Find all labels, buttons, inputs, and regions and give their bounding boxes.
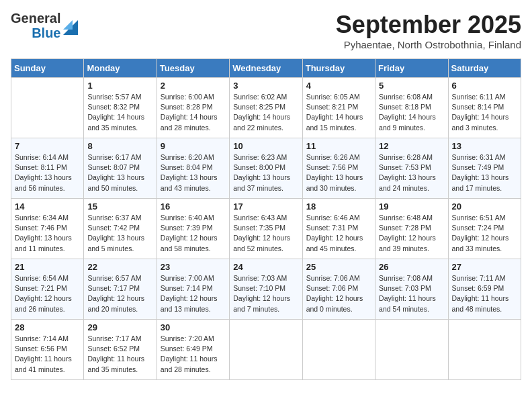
day-info: Sunrise: 6:26 AM Sunset: 7:56 PM Dayligh… [306,152,371,193]
day-info: Sunrise: 6:48 AM Sunset: 7:28 PM Dayligh… [379,213,444,254]
calendar-cell: 16Sunrise: 6:40 AM Sunset: 7:39 PM Dayli… [157,199,229,259]
day-info: Sunrise: 6:40 AM Sunset: 7:39 PM Dayligh… [161,213,226,254]
calendar-cell: 9Sunrise: 6:20 AM Sunset: 8:04 PM Daylig… [157,138,229,199]
calendar-cell: 1Sunrise: 5:57 AM Sunset: 8:32 PM Daylig… [84,78,157,138]
calendar-cell: 15Sunrise: 6:37 AM Sunset: 7:42 PM Dayli… [84,199,157,259]
page-header: General Blue September 2025 Pyhaentae, N… [11,11,521,50]
calendar-cell: 21Sunrise: 6:54 AM Sunset: 7:21 PM Dayli… [11,259,84,320]
calendar-cell: 6Sunrise: 6:11 AM Sunset: 8:14 PM Daylig… [448,78,521,138]
day-info: Sunrise: 6:02 AM Sunset: 8:25 PM Dayligh… [233,92,298,133]
calendar-cell: 8Sunrise: 6:17 AM Sunset: 8:07 PM Daylig… [84,138,157,199]
day-info: Sunrise: 6:17 AM Sunset: 8:07 PM Dayligh… [87,152,152,193]
day-number: 18 [306,201,371,212]
day-info: Sunrise: 6:20 AM Sunset: 8:04 PM Dayligh… [161,152,226,193]
calendar-week-row: 1Sunrise: 5:57 AM Sunset: 8:32 PM Daylig… [11,78,521,138]
svg-marker-1 [63,20,73,30]
day-info: Sunrise: 6:54 AM Sunset: 7:21 PM Dayligh… [15,273,80,314]
day-number: 13 [452,141,517,151]
day-number: 30 [161,322,226,332]
calendar-cell: 25Sunrise: 7:06 AM Sunset: 7:06 PM Dayli… [302,259,375,320]
calendar-cell: 24Sunrise: 7:03 AM Sunset: 7:10 PM Dayli… [230,259,302,320]
day-info: Sunrise: 6:14 AM Sunset: 8:11 PM Dayligh… [15,152,80,193]
day-number: 16 [161,201,226,212]
weekday-header: Thursday [302,59,375,78]
day-info: Sunrise: 7:14 AM Sunset: 6:56 PM Dayligh… [15,334,80,375]
day-number: 24 [233,262,298,272]
day-number: 19 [379,201,444,212]
day-number: 20 [452,201,517,212]
calendar-cell: 20Sunrise: 6:51 AM Sunset: 7:24 PM Dayli… [448,199,521,259]
weekday-header: Monday [84,59,157,78]
calendar-cell: 19Sunrise: 6:48 AM Sunset: 7:28 PM Dayli… [375,199,448,259]
day-info: Sunrise: 7:11 AM Sunset: 6:59 PM Dayligh… [452,273,517,314]
weekday-header: Tuesday [157,59,229,78]
day-info: Sunrise: 6:46 AM Sunset: 7:31 PM Dayligh… [306,213,371,254]
weekday-header: Wednesday [230,59,302,78]
day-number: 28 [15,322,80,332]
calendar-cell: 13Sunrise: 6:31 AM Sunset: 7:49 PM Dayli… [448,138,521,199]
day-number: 1 [87,81,152,91]
day-info: Sunrise: 7:00 AM Sunset: 7:14 PM Dayligh… [161,273,226,314]
day-number: 8 [87,141,152,151]
calendar-cell: 12Sunrise: 6:28 AM Sunset: 7:53 PM Dayli… [375,138,448,199]
weekday-header: Friday [375,59,448,78]
calendar-cell: 23Sunrise: 7:00 AM Sunset: 7:14 PM Dayli… [157,259,229,320]
day-number: 11 [306,141,371,151]
day-info: Sunrise: 7:08 AM Sunset: 7:03 PM Dayligh… [379,273,444,314]
calendar-cell: 28Sunrise: 7:14 AM Sunset: 6:56 PM Dayli… [11,320,84,380]
calendar-cell: 5Sunrise: 6:08 AM Sunset: 8:18 PM Daylig… [375,78,448,138]
calendar-cell: 2Sunrise: 6:00 AM Sunset: 8:28 PM Daylig… [157,78,229,138]
day-info: Sunrise: 6:43 AM Sunset: 7:35 PM Dayligh… [233,213,298,254]
day-info: Sunrise: 6:23 AM Sunset: 8:00 PM Dayligh… [233,152,298,193]
calendar-cell: 10Sunrise: 6:23 AM Sunset: 8:00 PM Dayli… [230,138,302,199]
calendar-cell: 29Sunrise: 7:17 AM Sunset: 6:52 PM Dayli… [84,320,157,380]
day-info: Sunrise: 6:34 AM Sunset: 7:46 PM Dayligh… [15,213,80,254]
day-number: 10 [233,141,298,151]
day-info: Sunrise: 5:57 AM Sunset: 8:32 PM Dayligh… [87,92,152,133]
calendar-table: SundayMondayTuesdayWednesdayThursdayFrid… [11,58,521,380]
day-number: 12 [379,141,444,151]
day-info: Sunrise: 6:37 AM Sunset: 7:42 PM Dayligh… [87,213,152,254]
calendar-cell: 30Sunrise: 7:20 AM Sunset: 6:49 PM Dayli… [157,320,229,380]
calendar-cell: 3Sunrise: 6:02 AM Sunset: 8:25 PM Daylig… [230,78,302,138]
calendar-week-row: 7Sunrise: 6:14 AM Sunset: 8:11 PM Daylig… [11,138,521,199]
day-number: 29 [87,322,152,332]
calendar-cell [448,320,521,380]
day-info: Sunrise: 7:20 AM Sunset: 6:49 PM Dayligh… [161,334,226,375]
day-number: 25 [306,262,371,272]
calendar-cell [375,320,448,380]
title-block: September 2025 Pyhaentae, North Ostrobot… [336,11,521,50]
day-info: Sunrise: 6:00 AM Sunset: 8:28 PM Dayligh… [161,92,226,133]
calendar-week-row: 28Sunrise: 7:14 AM Sunset: 6:56 PM Dayli… [11,320,521,380]
day-info: Sunrise: 6:08 AM Sunset: 8:18 PM Dayligh… [379,92,444,133]
calendar-week-row: 21Sunrise: 6:54 AM Sunset: 7:21 PM Dayli… [11,259,521,320]
calendar-cell: 7Sunrise: 6:14 AM Sunset: 8:11 PM Daylig… [11,138,84,199]
day-info: Sunrise: 6:05 AM Sunset: 8:21 PM Dayligh… [306,92,371,133]
day-number: 3 [233,81,298,91]
day-number: 14 [15,201,80,212]
day-number: 5 [379,81,444,91]
calendar-cell: 26Sunrise: 7:08 AM Sunset: 7:03 PM Dayli… [375,259,448,320]
day-number: 4 [306,81,371,91]
day-number: 9 [161,141,226,151]
day-number: 21 [15,262,80,272]
day-number: 26 [379,262,444,272]
day-info: Sunrise: 6:51 AM Sunset: 7:24 PM Dayligh… [452,213,517,254]
day-info: Sunrise: 6:11 AM Sunset: 8:14 PM Dayligh… [452,92,517,133]
calendar-cell: 17Sunrise: 6:43 AM Sunset: 7:35 PM Dayli… [230,199,302,259]
calendar-cell [302,320,375,380]
day-info: Sunrise: 6:28 AM Sunset: 7:53 PM Dayligh… [379,152,444,193]
month-title: September 2025 [336,11,521,39]
calendar-cell: 27Sunrise: 7:11 AM Sunset: 6:59 PM Dayli… [448,259,521,320]
calendar-cell: 14Sunrise: 6:34 AM Sunset: 7:46 PM Dayli… [11,199,84,259]
day-number: 23 [161,262,226,272]
calendar-cell: 11Sunrise: 6:26 AM Sunset: 7:56 PM Dayli… [302,138,375,199]
calendar-cell: 4Sunrise: 6:05 AM Sunset: 8:21 PM Daylig… [302,78,375,138]
weekday-header: Sunday [11,59,84,78]
logo: General Blue [11,11,78,40]
day-number: 2 [161,81,226,91]
weekday-header: Saturday [448,59,521,78]
day-number: 22 [87,262,152,272]
logo-general-text: General [11,11,60,26]
logo-blue-text: Blue [32,26,60,40]
